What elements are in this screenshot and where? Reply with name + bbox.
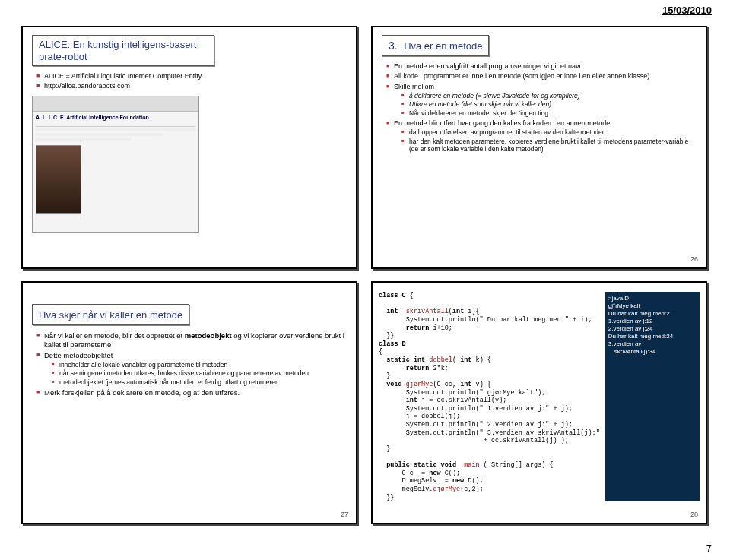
- code-block: class C { int skrivAntall(int i){ System…: [379, 292, 600, 501]
- page-date: 15/03/2010: [662, 5, 712, 16]
- slide-code-example: class C { int skrivAntall(int i){ System…: [371, 281, 707, 524]
- slide-number: 3.: [389, 40, 398, 52]
- sub-bullet: Når vi deklarerer en metode, skjer det '…: [402, 109, 697, 118]
- bullet-text: Dette metodeobjektet: [44, 351, 113, 359]
- slide-page-number: 28: [690, 511, 698, 518]
- bullet: Når vi kaller en metode, blir det oppret…: [36, 331, 347, 350]
- page-number: 7: [706, 543, 712, 554]
- bullet-text: En metode blir utført hver gang den kall…: [394, 119, 612, 127]
- slide-title: Hva er en metode: [404, 40, 482, 52]
- sub-bullet: inneholder alle lokale variabler og para…: [52, 361, 347, 369]
- slide-body: En metode er en valgfritt antall program…: [382, 62, 697, 153]
- slide-page-number: 26: [690, 255, 698, 263]
- aif-heading: A. L. I. C. E. Artificial Intelligence F…: [36, 115, 195, 121]
- out-line: 3.verdien av: [608, 340, 696, 348]
- bullet: ALICE = Artificial Linguistic Internet C…: [36, 72, 347, 81]
- slide-title: ALICE: En kunstig intelligens-basert pra…: [39, 39, 208, 62]
- out-line: Du har kalt meg med:24: [608, 333, 696, 340]
- out-line: gj°rMye kalt: [608, 302, 696, 310]
- avatar-image-mock: [36, 145, 81, 214]
- sub-bullet: når setningene i metoden utføres, brukes…: [52, 369, 347, 378]
- sub-bullet: metodeobjektet fjernes automatisk når me…: [52, 378, 347, 387]
- program-output: >java D gj°rMye kalt Du har kalt meg med…: [605, 292, 700, 501]
- slide-alice: ALICE: En kunstig intelligens-basert pra…: [21, 26, 357, 269]
- bullet: Skille mellom å deklarere en metode (= s…: [386, 83, 697, 118]
- slide-page-number: 27: [341, 511, 348, 518]
- sub-bullet: har den kalt metoden parametere, kopiere…: [402, 138, 697, 153]
- slide-title-box: 3. Hva er en metode: [382, 35, 489, 56]
- bullet-text: Skille mellom: [394, 83, 434, 90]
- slide-title-box: ALICE: En kunstig intelligens-basert pra…: [32, 35, 214, 66]
- sub-bullet: Utføre en metode (det som skjer når vi k…: [402, 100, 697, 109]
- out-line: skrivAntall(j):34: [608, 348, 696, 356]
- out-line: Du har kalt meg med:2: [608, 310, 696, 318]
- slide-title-box: Hva skjer når vi kaller en metode: [32, 304, 189, 325]
- sub-bullet: å deklarere en metode (= skrive Javakode…: [402, 92, 697, 100]
- bullet: Dette metodeobjektet inneholder alle lok…: [36, 351, 347, 387]
- bullet: http://alice.pandorabots.com: [36, 82, 347, 90]
- browser-screenshot-mock: A. L. I. C. E. Artificial Intelligence F…: [32, 96, 199, 233]
- bullet: En metode er en valgfritt antall program…: [386, 62, 697, 71]
- bullet: Merk forskjellen på å deklarere en metod…: [36, 388, 347, 397]
- slide-body: Når vi kaller en metode, blir det oppret…: [32, 331, 347, 397]
- bullet-text: Når vi kaller en metode, blir det oppret…: [44, 331, 344, 349]
- slides-grid: ALICE: En kunstig intelligens-basert pra…: [21, 26, 709, 524]
- slide-body: ALICE = Artificial Linguistic Internet C…: [32, 72, 347, 91]
- browser-toolbar: [33, 96, 198, 112]
- bullet: En metode blir utført hver gang den kall…: [386, 119, 697, 153]
- out-line: >java D: [608, 295, 696, 302]
- sub-bullet: da hopper utførelsen av programmet til s…: [402, 128, 697, 137]
- code-area: class C { int skrivAntall(int i){ System…: [379, 292, 700, 501]
- out-line: 2.verdien av j:24: [608, 325, 696, 333]
- bullet: All kode i programmet er inne i en metod…: [386, 72, 697, 81]
- slide-hva-skjer: Hva skjer når vi kaller en metode Når vi…: [21, 281, 357, 524]
- out-line: 1.verdien av j:12: [608, 318, 696, 325]
- slide-hva-er-metode: 3. Hva er en metode En metode er en valg…: [371, 26, 707, 269]
- slide-title: Hva skjer når vi kaller en metode: [39, 309, 182, 321]
